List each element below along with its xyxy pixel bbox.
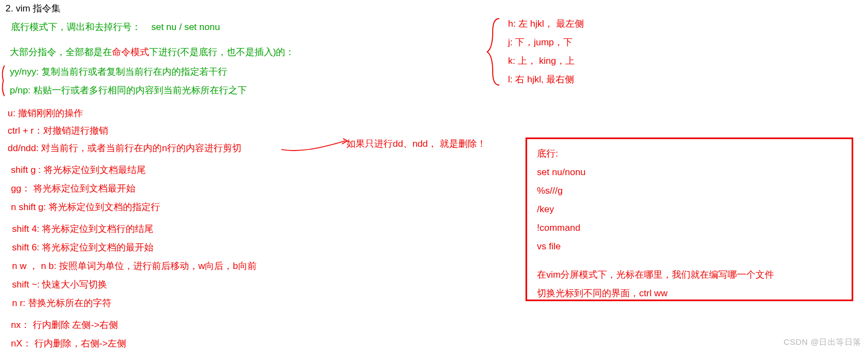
line-dd-note: 如果只进行dd、ndd， 就是删除！ (346, 137, 486, 150)
line-nx: nx： 行内删除 左侧->右侧 (11, 319, 118, 331)
note-box: 底行: set nu/nonu %s///g /key !command vs … (525, 137, 853, 301)
line-setnu: 底行模式下，调出和去掉行号： set nu / set nonu (11, 21, 220, 33)
section-heading: 2. vim 指令集 (5, 2, 61, 15)
arrow-icon (279, 137, 350, 154)
text-span: 大部分指令，全部都是在 (10, 47, 112, 57)
line-l: l: 右 hjkl, 最右侧 (508, 73, 574, 86)
text-span: 底行模式下，调出和去掉行号： (11, 22, 141, 32)
box-line: set nu/nonu (537, 163, 842, 182)
line-k: k: 上， king，上 (508, 55, 575, 67)
box-line: !command (537, 219, 842, 237)
text-span: set nu / set nonu (151, 22, 220, 32)
line-h: h: 左 hjkl， 最左侧 (508, 17, 584, 30)
text-span: 下进行(不是底行，也不是插入)的： (149, 47, 294, 57)
line-p: p/np: 粘贴一行或者多行相同的内容到当前光标所在行之下 (10, 84, 247, 97)
line-nX: nX： 行内删除，右侧->左侧 (11, 337, 126, 350)
box-line: /key (537, 200, 842, 219)
line-yy: yy/nyy: 复制当前行或者复制当前行在内的指定若干行 (10, 65, 227, 78)
box-line: vs file (537, 237, 842, 256)
line-shifttilde: shift ~: 快速大小写切换 (12, 278, 107, 291)
box-line: 底行: (537, 145, 842, 163)
box-line: 在vim分屏模式下，光标在哪里，我们就在编写哪一个文件 (537, 266, 842, 284)
line-shift6: shift 6: 将光标定位到文档的最开始 (12, 241, 153, 254)
text-span: 命令模式 (112, 47, 149, 57)
line-ctrlr: ctrl + r：对撤销进行撤销 (8, 124, 108, 137)
line-u: u: 撤销刚刚的操作 (8, 107, 83, 119)
edge-mark-icon (0, 64, 5, 97)
line-j: j: 下，jump，下 (508, 36, 572, 49)
line-nshiftg: n shift g: 将光标定位到文档的指定行 (11, 201, 160, 213)
brace-icon (486, 16, 503, 87)
line-nr: n r: 替换光标所在的字符 (12, 297, 111, 309)
line-dd: dd/ndd: 对当前行，或者当前行在内的n行的内容进行剪切 (8, 142, 241, 154)
box-line: %s///g (537, 182, 842, 200)
line-nwnb: n w ， n b: 按照单词为单位，进行前后移动，w向后，b向前 (12, 260, 257, 272)
line-mode: 大部分指令，全部都是在命令模式下进行(不是底行，也不是插入)的： (10, 46, 294, 58)
watermark: CSDN @日出等日落 (784, 337, 861, 348)
line-gg: gg： 将光标定位到文档最开始 (11, 182, 135, 195)
line-shift4: shift 4: 将光标定位到文档行的结尾 (12, 223, 153, 235)
line-shiftg: shift g : 将光标定位到文档最结尾 (11, 164, 146, 176)
box-line: 切换光标到不同的界面，ctrl ww (537, 284, 842, 303)
